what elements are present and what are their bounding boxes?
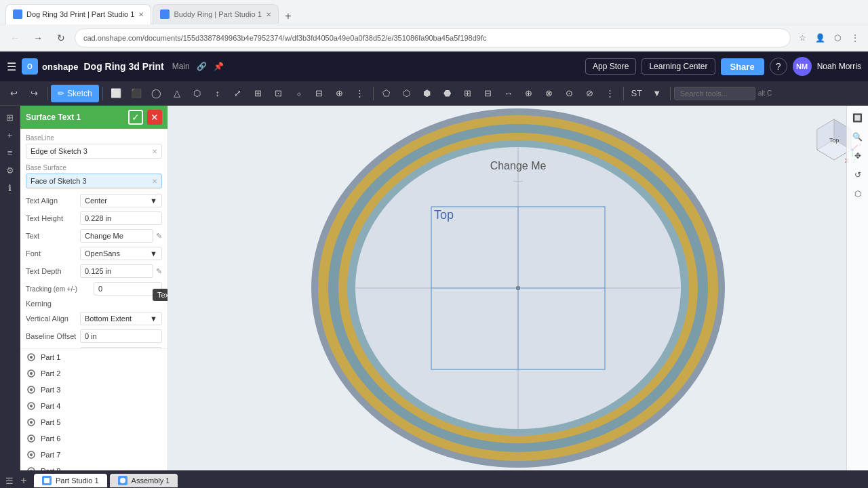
tool-20[interactable]: ↔ — [499, 84, 518, 103]
tool-6[interactable]: ↕ — [208, 84, 227, 103]
redo-button[interactable]: ↪ — [24, 84, 43, 103]
list-item[interactable]: Part 8 — [20, 463, 167, 470]
tool-19[interactable]: ⊟ — [479, 84, 498, 103]
tool-16[interactable]: ⬢ — [418, 84, 437, 103]
avatar[interactable]: NM — [793, 57, 812, 76]
view-options-button[interactable]: 🔲 — [850, 110, 866, 126]
baseline-offset-row: Baseline Offset — [26, 329, 162, 343]
list-item[interactable]: Part 4 — [20, 398, 167, 414]
baseline-offset-input[interactable] — [80, 329, 162, 343]
tool-11[interactable]: ⊟ — [310, 84, 329, 103]
font-select[interactable]: OpenSans ▼ — [80, 247, 162, 260]
tab-buddy-ring[interactable]: Buddy Ring | Part Studio 1 ✕ — [153, 4, 278, 24]
list-item[interactable]: Part 1 — [20, 349, 167, 365]
forward-button[interactable]: → — [28, 28, 47, 47]
app-store-button[interactable]: App Store — [585, 58, 636, 75]
list-item[interactable]: Part 5 — [20, 414, 167, 430]
base-surface-input[interactable]: Face of Sketch 3 ✕ — [26, 174, 162, 188]
list-item[interactable]: Part 3 — [20, 382, 167, 398]
tool-5[interactable]: ⬡ — [188, 84, 207, 103]
reload-button[interactable]: ↻ — [52, 28, 71, 47]
tool-9[interactable]: ⊡ — [269, 84, 288, 103]
part-icon — [26, 401, 37, 411]
menu-icon[interactable]: ⋮ — [848, 30, 863, 45]
undo-button[interactable]: ↩ — [4, 84, 23, 103]
tab-dog-ring[interactable]: Dog Ring 3d Print | Part Studio 1 ✕ — [5, 4, 151, 24]
tool-14[interactable]: ⬠ — [377, 84, 396, 103]
sidebar-settings-icon[interactable]: ⚙ — [3, 163, 18, 178]
list-item[interactable]: Part 6 — [20, 430, 167, 447]
tool-4[interactable]: △ — [167, 84, 186, 103]
bookmark-icon[interactable]: ☆ — [795, 30, 810, 45]
tool-15[interactable]: ⬡ — [397, 84, 416, 103]
tool-7[interactable]: ⤢ — [229, 84, 248, 103]
rotate-button[interactable]: ↺ — [850, 167, 866, 183]
back-button[interactable]: ← — [5, 28, 24, 47]
text-input[interactable] — [80, 229, 153, 243]
panel-body: BaseLine Edge of Sketch 3 ✕ Base Surface… — [20, 129, 167, 348]
extensions-icon[interactable]: ⬡ — [830, 30, 845, 45]
sidebar-add-icon[interactable]: + — [3, 127, 18, 142]
tool-23[interactable]: ⊙ — [560, 84, 579, 103]
help-button[interactable]: ? — [770, 58, 787, 75]
display-button[interactable]: ⬡ — [850, 186, 866, 202]
tool-12[interactable]: ⊕ — [330, 84, 349, 103]
hamburger-button[interactable]: ☰ — [7, 60, 16, 73]
status-left-icon[interactable]: ☰ — [5, 476, 14, 486]
learning-center-button[interactable]: Learning Center — [642, 58, 715, 75]
new-tab-button[interactable]: + — [280, 8, 296, 24]
profile-icon[interactable]: 👤 — [812, 30, 827, 45]
baseline-input[interactable]: Edge of Sketch 3 ✕ — [26, 144, 162, 159]
tab-close-dog-ring[interactable]: ✕ — [138, 11, 144, 18]
search-input[interactable] — [674, 87, 755, 100]
link-icon[interactable]: 🔗 — [197, 62, 207, 71]
panel-confirm-button[interactable]: ✓ — [128, 110, 143, 125]
tool-3[interactable]: ◯ — [147, 84, 166, 103]
tool-18[interactable]: ⊞ — [458, 84, 477, 103]
text-height-input[interactable] — [80, 211, 162, 225]
address-text: cad.onshape.com/documents/155d3387849963… — [83, 34, 487, 42]
tool-25[interactable]: ⋮ — [601, 84, 620, 103]
base-surface-clear-icon[interactable]: ✕ — [152, 178, 157, 185]
pin-icon[interactable]: 📌 — [214, 62, 224, 71]
text-depth-input[interactable] — [80, 264, 153, 278]
address-bar[interactable]: cad.onshape.com/documents/155d3387849963… — [75, 28, 791, 47]
tool-21[interactable]: ⊕ — [519, 84, 538, 103]
tab-close-buddy-ring[interactable]: ✕ — [266, 11, 271, 18]
text-align-select[interactable]: Center ▼ — [80, 194, 162, 207]
list-item[interactable]: Part 2 — [20, 365, 167, 382]
tool-10[interactable]: ⬦ — [290, 84, 309, 103]
tool-22[interactable]: ⊗ — [540, 84, 559, 103]
svg-text:.....: ..... — [513, 176, 523, 183]
tool-26[interactable]: ST — [627, 84, 646, 103]
tool-8[interactable]: ⊞ — [249, 84, 268, 103]
share-button[interactable]: Share — [721, 58, 764, 75]
tool-13[interactable]: ⋮ — [351, 84, 370, 103]
assembly-tab[interactable]: Assembly 1 — [110, 474, 178, 487]
tool-2[interactable]: ⬛ — [127, 84, 146, 103]
list-item[interactable]: Part 7 — [20, 447, 167, 463]
viewport[interactable]: Top Change Me ..... Top Y Z X — [168, 106, 868, 470]
baseline-clear-icon[interactable]: ✕ — [152, 148, 157, 155]
tool-1[interactable]: ⬜ — [106, 84, 125, 103]
doc-tag: Main — [172, 62, 190, 71]
sidebar-info-icon[interactable]: ℹ — [3, 180, 18, 195]
text-depth-pencil[interactable]: ✎ — [156, 267, 162, 276]
text-height-label: Text Height — [26, 214, 80, 222]
text-direction-icon[interactable]: ✎ — [156, 232, 162, 241]
sidebar-home-icon[interactable]: ⊞ — [3, 110, 18, 125]
text-direction-tooltip: Text Direction — [153, 289, 167, 301]
pan-button[interactable]: ✥ — [850, 148, 866, 164]
sidebar-tree-icon[interactable]: ≡ — [3, 145, 18, 160]
tracking-input[interactable] — [94, 282, 162, 296]
tool-24[interactable]: ⊘ — [580, 84, 599, 103]
panel-cancel-button[interactable]: ✕ — [147, 110, 162, 125]
add-tab-button[interactable]: + — [16, 473, 31, 488]
address-bar-icons: ☆ 👤 ⬡ ⋮ — [795, 30, 863, 45]
vertical-align-select[interactable]: Bottom Extent ▼ — [80, 312, 162, 325]
tool-17[interactable]: ⬣ — [438, 84, 457, 103]
part-studio-tab[interactable]: Part Studio 1 — [34, 474, 107, 487]
tool-27[interactable]: ▼ — [648, 84, 667, 103]
sketch-button[interactable]: ✏ Sketch — [51, 85, 99, 102]
zoom-button[interactable]: 🔍 — [850, 129, 866, 145]
